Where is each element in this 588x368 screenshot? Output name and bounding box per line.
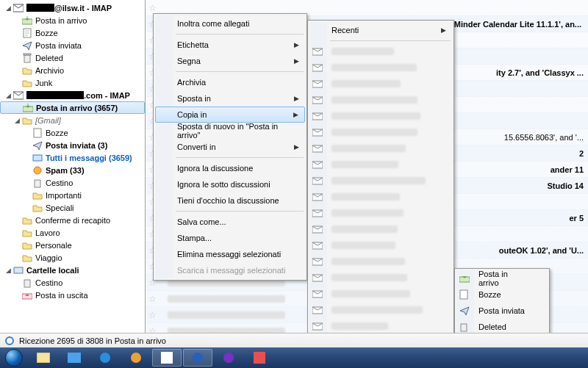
- envelope-icon: [312, 306, 326, 314]
- folder-personal[interactable]: Personale: [0, 239, 145, 251]
- recent-address[interactable]: [309, 237, 452, 253]
- context-menu-item[interactable]: Ignora le sotto discussioni: [155, 176, 305, 192]
- folder-inbox[interactable]: Posta in arrivo: [0, 14, 145, 26]
- folder-drafts[interactable]: Bozze: [0, 26, 145, 39]
- folder-inbox[interactable]: Posta in arrivo (3657): [0, 101, 145, 114]
- recent-address[interactable]: [309, 124, 452, 140]
- star-icon[interactable]: ☆: [146, 294, 159, 304]
- recent-address[interactable]: [309, 270, 452, 286]
- star-icon[interactable]: ☆: [146, 310, 159, 320]
- taskbar-thunderbird[interactable]: [183, 349, 212, 367]
- recent-address[interactable]: [309, 318, 452, 334]
- status-text: Ricezione 2695 di 3808 in Posta in arriv…: [19, 336, 166, 345]
- context-menu-item[interactable]: Salva come...: [155, 214, 305, 230]
- context-menu-item[interactable]: Tieni d'occhio la discussione: [155, 192, 305, 209]
- recent-address[interactable]: [309, 302, 452, 318]
- account-node[interactable]: ◢ @ilsw.it - IMAP: [0, 1, 145, 14]
- local-folders-node[interactable]: ◢ Cartelle locali: [0, 264, 145, 276]
- context-menu-item[interactable]: Sposta di nuovo in "Posta in arrivo": [155, 123, 305, 139]
- svg-point-9: [34, 167, 41, 174]
- taskbar-app[interactable]: [152, 349, 182, 367]
- draft-icon: [21, 27, 33, 39]
- folder-work[interactable]: Lavoro: [0, 226, 145, 239]
- envelope-icon: [312, 193, 326, 201]
- destination-folder[interactable]: Posta in arrivo: [456, 270, 548, 286]
- envelope-icon: [312, 80, 326, 88]
- redacted: [331, 193, 400, 201]
- local-icon: [12, 264, 24, 276]
- folder-junk[interactable]: Junk: [0, 76, 145, 89]
- subject-fragment: Studio 14: [547, 181, 584, 190]
- folder-trash-local[interactable]: Cestino: [0, 276, 145, 289]
- redacted: [331, 226, 398, 233]
- recent-address[interactable]: [309, 43, 452, 59]
- redacted: [331, 306, 423, 314]
- redacted: [331, 161, 398, 168]
- all-mail-icon: [32, 152, 43, 164]
- folder-sent[interactable]: Posta inviata (3): [0, 139, 145, 151]
- star-icon[interactable]: ☆: [146, 3, 159, 13]
- context-menu-item[interactable]: Stampa...: [155, 230, 305, 246]
- redacted: [331, 209, 404, 217]
- context-menu-item[interactable]: Inoltra come allegati: [155, 15, 305, 32]
- svg-rect-12: [24, 280, 30, 287]
- context-menu-item[interactable]: Ignora la discussione: [155, 160, 305, 176]
- folder-spam[interactable]: Spam (33): [0, 164, 145, 176]
- context-menu-item[interactable]: Elimina messaggi selezionati: [155, 246, 305, 262]
- context-menu-item[interactable]: Segna▶: [155, 53, 305, 69]
- folder-travel[interactable]: Viaggio: [0, 251, 145, 264]
- taskbar-app[interactable]: [29, 349, 58, 367]
- recent-address[interactable]: [309, 108, 452, 124]
- context-menu-item[interactable]: Scarica i messaggi selezionati: [155, 262, 305, 278]
- account-suffix: @ilsw.it - IMAP: [54, 4, 112, 12]
- recent-item[interactable]: Recenti▶: [309, 22, 452, 38]
- recent-address[interactable]: [309, 189, 452, 205]
- taskbar-app[interactable]: [245, 349, 274, 367]
- destination-folder[interactable]: Posta inviata: [456, 303, 548, 319]
- recent-address[interactable]: [309, 286, 452, 302]
- subject-fragment: er 5: [569, 214, 584, 223]
- folder-important[interactable]: Importanti: [0, 189, 145, 201]
- folder-drafts[interactable]: Bozze: [0, 126, 145, 139]
- taskbar-app[interactable]: [214, 349, 243, 367]
- svg-rect-4: [24, 54, 31, 55]
- context-menu-item[interactable]: Archivia: [155, 74, 305, 90]
- taskbar-app[interactable]: [121, 349, 151, 367]
- recent-address[interactable]: [309, 92, 452, 108]
- recent-address[interactable]: [309, 221, 452, 237]
- folder-archive[interactable]: Archivio: [0, 64, 145, 76]
- recent-address[interactable]: [309, 140, 452, 156]
- folder-deleted[interactable]: Deleted: [0, 51, 145, 64]
- folder-all[interactable]: Tutti i messaggi (3659): [0, 151, 145, 164]
- envelope-icon: [312, 64, 326, 72]
- twisty-icon: ◢: [4, 267, 12, 274]
- sync-icon: [4, 336, 15, 346]
- sent-icon: [459, 306, 473, 315]
- folder-gmail[interactable]: ◢[Gmail]: [0, 114, 145, 126]
- recent-address[interactable]: [309, 59, 452, 76]
- context-menu-item[interactable]: Etichetta▶: [155, 37, 305, 53]
- destination-folder[interactable]: Bozze: [456, 286, 548, 303]
- start-button[interactable]: [0, 347, 28, 368]
- recent-address[interactable]: [309, 205, 452, 221]
- trash-icon: [32, 177, 43, 189]
- folder-icon: [21, 115, 33, 126]
- folder-outbox[interactable]: Posta in uscita: [0, 289, 145, 301]
- inbox-icon: [459, 274, 473, 283]
- recent-address[interactable]: [309, 173, 452, 189]
- svg-point-41: [100, 353, 110, 363]
- recent-address[interactable]: [309, 253, 452, 270]
- context-menu-item[interactable]: Sposta in▶: [155, 90, 305, 107]
- redacted: [331, 96, 417, 104]
- taskbar-app[interactable]: [60, 349, 89, 367]
- context-menu-item[interactable]: Converti in▶: [155, 139, 305, 155]
- recent-address[interactable]: [309, 156, 452, 173]
- folder-trash[interactable]: Cestino: [0, 176, 145, 189]
- recent-address[interactable]: [309, 76, 452, 92]
- folder-special[interactable]: Speciali: [0, 201, 145, 214]
- folder-receipts[interactable]: Conferme di recapito: [0, 214, 145, 226]
- taskbar-app[interactable]: [90, 349, 120, 367]
- account-node[interactable]: ◢ .com - IMAP: [0, 89, 145, 101]
- folder-sent[interactable]: Posta inviata: [0, 39, 145, 51]
- context-menu-item[interactable]: Copia in▶: [155, 107, 305, 123]
